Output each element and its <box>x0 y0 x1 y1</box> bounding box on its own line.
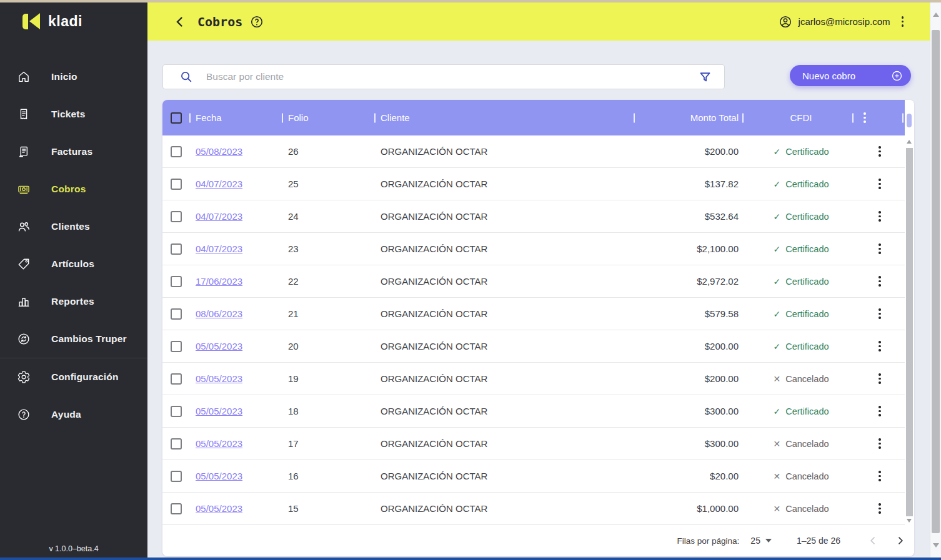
sidebar-item-clientes[interactable]: Clientes <box>0 208 147 245</box>
sidebar-item-cambios-truper[interactable]: Cambios Truper <box>0 320 147 358</box>
search-input[interactable] <box>205 71 697 83</box>
row-checkbox[interactable] <box>171 438 182 449</box>
date-link[interactable]: 05/05/2023 <box>196 438 242 449</box>
column-separator <box>374 113 376 122</box>
status-icon: ✓ <box>773 277 780 286</box>
brand-logo[interactable]: kladi <box>22 12 82 31</box>
sidebar-item-configuraci-n[interactable]: Configuración <box>0 358 147 396</box>
cobros-table: Fecha Folio Cliente Monto Total CFDI 05/… <box>162 100 914 556</box>
row-checkbox[interactable] <box>171 471 182 482</box>
column-header-cfdi[interactable]: CFDI <box>790 112 812 123</box>
row-menu-kebab-icon[interactable] <box>877 274 883 288</box>
row-menu-kebab-icon[interactable] <box>877 209 883 224</box>
scroll-up-arrow-icon[interactable] <box>933 12 939 17</box>
row-menu-kebab-icon[interactable] <box>877 339 883 353</box>
row-checkbox[interactable] <box>171 503 182 514</box>
sidebar-item-facturas[interactable]: Facturas <box>0 133 147 170</box>
folio-value: 19 <box>288 373 299 384</box>
row-menu-kebab-icon[interactable] <box>877 242 883 256</box>
client-name: ORGANIZACIÓN OCTAR <box>381 308 487 319</box>
row-checkbox[interactable] <box>171 146 182 157</box>
date-link[interactable]: 04/07/2023 <box>196 243 242 254</box>
sidebar-nav: InicioTicketsFacturasCobrosClientesArtíc… <box>0 58 147 433</box>
date-link[interactable]: 08/06/2023 <box>196 308 242 319</box>
sidebar-item-reportes[interactable]: Reportes <box>0 283 147 320</box>
date-link[interactable]: 17/06/2023 <box>196 276 242 287</box>
status-icon: ✕ <box>773 440 780 448</box>
row-menu-kebab-icon[interactable] <box>877 404 883 418</box>
client-name: ORGANIZACIÓN OCTAR <box>381 373 487 384</box>
new-cobro-label: Nuevo cobro <box>802 71 855 81</box>
column-header-folio[interactable]: Folio <box>288 112 309 123</box>
topbar-menu-kebab-icon[interactable] <box>900 15 905 28</box>
row-checkbox[interactable] <box>171 308 182 320</box>
row-menu-kebab-icon[interactable] <box>877 469 883 483</box>
date-link[interactable]: 04/07/2023 <box>196 179 242 189</box>
previous-page-button[interactable] <box>868 536 878 546</box>
column-header-cliente[interactable]: Cliente <box>381 112 410 123</box>
table-scrollbar[interactable] <box>905 100 914 525</box>
scroll-down-arrow-icon[interactable] <box>933 543 939 548</box>
date-link[interactable]: 05/05/2023 <box>196 341 242 351</box>
status-icon: ✓ <box>773 342 780 351</box>
table-scrollbar-thumb[interactable] <box>906 148 913 516</box>
date-link[interactable]: 05/05/2023 <box>196 406 242 416</box>
row-menu-kebab-icon[interactable] <box>877 144 883 159</box>
select-all-checkbox[interactable] <box>171 112 182 124</box>
row-menu-kebab-icon[interactable] <box>877 307 883 321</box>
row-checkbox[interactable] <box>171 243 182 255</box>
sidebar-item-label: Cobros <box>51 184 86 195</box>
browser-scrollbar-thumb[interactable] <box>932 30 940 533</box>
next-page-button[interactable] <box>895 536 905 546</box>
cfdi-status-badge: ✕ Cancelado <box>773 439 829 449</box>
cfdi-status-badge: ✕ Cancelado <box>773 504 829 514</box>
sidebar-item-label: Clientes <box>51 221 90 232</box>
sidebar-item-ayuda[interactable]: Ayuda <box>0 396 147 433</box>
sidebar-item-tickets[interactable]: Tickets <box>0 96 147 133</box>
row-checkbox[interactable] <box>171 276 182 287</box>
date-link[interactable]: 05/05/2023 <box>196 373 242 384</box>
date-link[interactable]: 04/07/2023 <box>196 211 242 222</box>
row-menu-kebab-icon[interactable] <box>877 371 883 386</box>
table-scrollbar-top-thumb[interactable] <box>907 114 912 127</box>
row-checkbox[interactable] <box>171 211 182 222</box>
sidebar-item-cobros[interactable]: Cobros <box>0 170 147 208</box>
sidebar-item-inicio[interactable]: Inicio <box>0 58 147 96</box>
cambios-truper-icon <box>17 332 31 346</box>
table-row: 05/05/2023 18 ORGANIZACIÓN OCTAR $300.00… <box>162 395 905 428</box>
date-link[interactable]: 05/08/2023 <box>196 146 242 157</box>
browser-scrollbar[interactable] <box>930 2 941 558</box>
row-checkbox[interactable] <box>171 341 182 352</box>
scroll-up-arrow-icon[interactable] <box>907 140 912 144</box>
client-name: ORGANIZACIÓN OCTAR <box>381 146 487 157</box>
row-checkbox[interactable] <box>171 373 182 385</box>
row-checkbox[interactable] <box>171 179 182 190</box>
back-button[interactable] <box>174 16 186 28</box>
column-header-monto-total[interactable]: Monto Total <box>690 112 739 123</box>
row-checkbox[interactable] <box>171 406 182 417</box>
tickets-icon <box>17 107 31 121</box>
amount-value: $532.64 <box>705 211 739 222</box>
row-menu-kebab-icon[interactable] <box>877 501 883 516</box>
date-link[interactable]: 05/05/2023 <box>196 503 242 514</box>
column-header-fecha[interactable]: Fecha <box>196 112 222 123</box>
scroll-down-arrow-icon[interactable] <box>907 519 912 523</box>
amount-value: $200.00 <box>705 341 739 351</box>
table-options-kebab-icon[interactable] <box>862 111 867 124</box>
date-link[interactable]: 05/05/2023 <box>196 471 242 481</box>
sidebar-item-art-culos[interactable]: Artículos <box>0 245 147 283</box>
new-cobro-button[interactable]: Nuevo cobro <box>790 65 911 86</box>
row-menu-kebab-icon[interactable] <box>877 177 883 191</box>
folio-value: 20 <box>288 341 299 351</box>
row-menu-kebab-icon[interactable] <box>877 436 883 451</box>
status-label: Certificado <box>785 277 829 287</box>
status-icon: ✓ <box>773 245 780 253</box>
sidebar-item-label: Artículos <box>51 258 94 270</box>
status-label: Certificado <box>785 309 829 319</box>
filter-button[interactable] <box>697 69 713 85</box>
reportes-icon <box>17 295 31 308</box>
table-header-row: Fecha Folio Cliente Monto Total CFDI <box>162 100 905 135</box>
rows-per-page-select[interactable]: 25 <box>750 536 772 546</box>
status-label: Cancelado <box>785 374 829 384</box>
help-button[interactable] <box>250 15 264 29</box>
